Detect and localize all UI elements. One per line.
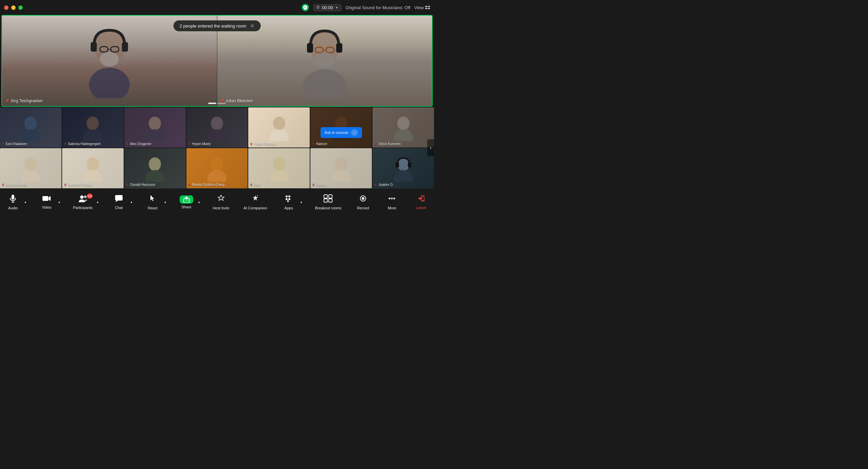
svg-rect-5 xyxy=(91,42,97,52)
name-osvald: 🎙 Osvald Harryson xyxy=(126,183,155,187)
svg-point-29 xyxy=(270,129,289,141)
participants-caret[interactable]: ▲ xyxy=(95,199,100,205)
tile-sabrina[interactable]: 🎙 Sabrina Habtegergish xyxy=(62,107,124,147)
joerg-name-label: 📌 Jörg Teichgraeber xyxy=(5,99,43,103)
more-button[interactable]: More xyxy=(382,192,402,212)
audio-button[interactable]: Audio xyxy=(3,192,23,212)
name-moa: 🎙 Moa xyxy=(250,183,260,187)
svg-rect-69 xyxy=(329,199,332,202)
react-icon xyxy=(148,194,157,205)
original-sound-label[interactable]: Original Sound for Musicians: Off xyxy=(346,5,411,10)
svg-rect-3 xyxy=(428,8,430,9)
name-vivian: 🎙 Vivian Othman xyxy=(250,142,276,146)
ai-companion-button[interactable]: AI Companion xyxy=(241,192,270,212)
share-button[interactable]: Share xyxy=(176,193,197,211)
breakout-rooms-label: Breakout rooms xyxy=(315,206,342,210)
svg-point-56 xyxy=(84,195,87,198)
svg-rect-57 xyxy=(115,195,123,201)
participant-count-badge: 156 xyxy=(87,193,92,199)
tile-nahom[interactable]: 🎙 Nahom Ask to unmute ··· xyxy=(310,107,372,147)
view-button[interactable]: View xyxy=(414,5,430,10)
breakout-rooms-icon xyxy=(324,194,332,205)
tile-alex[interactable]: 🎙 Alex Dragomir xyxy=(124,107,186,147)
share-caret[interactable]: ▲ xyxy=(197,199,201,205)
timer-display[interactable]: ⏱ 00:00 ▼ xyxy=(313,4,341,11)
name-emilia: 🎙 Emilia xyxy=(312,183,325,187)
close-banner-button[interactable]: ✕ xyxy=(250,23,254,29)
next-participants-button[interactable]: › xyxy=(427,139,434,156)
chat-button[interactable]: Chat xyxy=(109,193,129,212)
leave-label: Leave xyxy=(416,206,426,210)
svg-point-22 xyxy=(87,117,99,130)
scroll-indicator xyxy=(208,103,226,104)
traffic-lights xyxy=(4,5,23,10)
svg-point-45 xyxy=(332,170,351,182)
participants-group: 156 Participants ▲ xyxy=(70,193,100,212)
leave-button[interactable]: Leave xyxy=(411,193,431,212)
svg-rect-6 xyxy=(122,42,128,52)
record-button[interactable]: Record xyxy=(353,192,373,212)
svg-point-64 xyxy=(288,198,290,200)
ai-companion-icon xyxy=(251,194,259,205)
unmute-options-button[interactable]: ··· xyxy=(351,129,358,136)
microphone-icon xyxy=(9,194,17,205)
chat-label: Chat xyxy=(115,206,123,210)
more-label: More xyxy=(388,206,396,210)
tile-victor[interactable]: 🎙 Victor Kuronen xyxy=(373,107,434,147)
svg-point-63 xyxy=(286,198,288,200)
svg-rect-50 xyxy=(12,195,14,199)
minimize-button[interactable] xyxy=(11,5,16,10)
svg-point-41 xyxy=(207,170,227,182)
react-button[interactable]: React xyxy=(142,192,163,212)
apps-label: Apps xyxy=(285,206,293,210)
more-icon xyxy=(388,194,396,205)
tile-marika[interactable]: 🎙 Marika Sjöblom Dang xyxy=(186,148,248,188)
audio-group: Audio ▲ xyxy=(3,192,28,212)
participants-label: Participants xyxy=(73,206,92,210)
waiting-room-banner[interactable]: 2 people entered the waiting room ✕ xyxy=(174,20,261,31)
tile-sara[interactable]: 🎙 saradanielson xyxy=(0,148,61,188)
host-tools-button[interactable]: Host tools xyxy=(210,192,232,212)
tile-vivian[interactable]: 🎙 Vivian Othman xyxy=(248,107,310,147)
tile-emilia[interactable]: 🎙 Emilia xyxy=(310,148,372,188)
breakout-rooms-button[interactable]: Breakout rooms xyxy=(312,192,344,212)
chat-icon xyxy=(115,195,123,204)
svg-marker-54 xyxy=(49,196,51,201)
svg-rect-66 xyxy=(324,195,327,198)
video-caret[interactable]: ▲ xyxy=(57,199,61,205)
apps-button[interactable]: Apps xyxy=(278,192,299,212)
svg-rect-14 xyxy=(336,43,342,53)
svg-point-34 xyxy=(24,157,37,171)
tile-joakim[interactable]: 🎙 Joakim O. xyxy=(373,148,434,188)
tile-oksana[interactable]: 🎙 Oksana Chopak xyxy=(62,148,124,188)
svg-point-40 xyxy=(211,157,223,171)
svg-point-21 xyxy=(21,129,40,141)
share-icon xyxy=(180,195,193,204)
close-button[interactable] xyxy=(4,5,8,10)
name-oksana: 🎙 Oksana Chopak xyxy=(64,183,92,187)
apps-caret[interactable]: ▲ xyxy=(299,199,304,205)
scroll-dot-2 xyxy=(218,103,226,104)
ask-to-unmute-overlay[interactable]: Ask to unmute ··· xyxy=(321,127,362,138)
main-video-area: 2 people entered the waiting room ✕ xyxy=(1,15,433,107)
scroll-dot-1 xyxy=(208,103,216,104)
participants-button[interactable]: 156 Participants xyxy=(70,193,95,212)
toolbar: Audio ▲ Video ▲ xyxy=(0,188,434,215)
svg-point-37 xyxy=(83,170,102,182)
svg-point-27 xyxy=(207,129,227,141)
tile-hyper[interactable]: 🎙 Hyper-Marty xyxy=(186,107,248,147)
tile-moa[interactable]: 🎙 Moa xyxy=(248,148,310,188)
host-tools-icon xyxy=(217,194,225,205)
share-label: Share xyxy=(181,205,191,209)
svg-point-10 xyxy=(89,68,130,98)
audio-caret[interactable]: ▲ xyxy=(23,199,28,205)
react-caret[interactable]: ▲ xyxy=(163,199,167,205)
tile-osvald[interactable]: 🎙 Osvald Harryson xyxy=(124,148,186,188)
chat-caret[interactable]: ▲ xyxy=(129,199,134,205)
tile-eevi[interactable]: 🎙 Eevi Ihalainen xyxy=(0,107,61,147)
video-button[interactable]: Video xyxy=(36,193,57,211)
fullscreen-button[interactable] xyxy=(18,5,23,10)
svg-point-20 xyxy=(24,117,37,130)
participants-icon xyxy=(78,195,87,204)
svg-rect-0 xyxy=(425,6,427,7)
